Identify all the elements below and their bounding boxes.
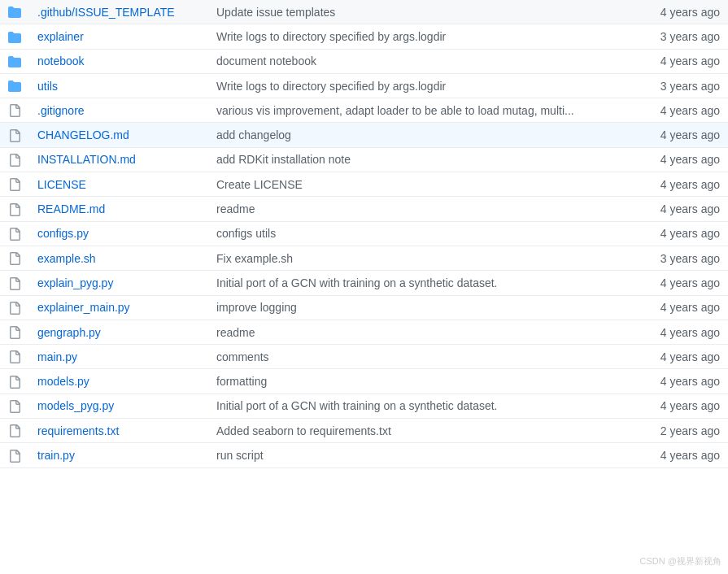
commit-message: readme (208, 320, 647, 344)
commit-message: various vis improvement, adapt loader to… (208, 98, 647, 123)
file-link[interactable]: explainer_main.py (37, 301, 130, 314)
commit-age: 4 years ago (647, 197, 728, 221)
file-link[interactable]: CHANGELOG.md (37, 128, 129, 141)
table-row: CHANGELOG.mdadd changelog4 years ago (0, 123, 728, 147)
file-icon (8, 104, 21, 117)
file-icon (8, 178, 21, 191)
file-link[interactable]: INSTALLATION.md (37, 153, 136, 166)
commit-message-link[interactable]: Write logs to directory specified by arg… (216, 30, 446, 43)
file-link[interactable]: README.md (37, 202, 105, 215)
commit-age: 4 years ago (647, 147, 728, 172)
commit-message: add RDKit installation note (208, 147, 647, 172)
commit-message-link[interactable]: Added seaborn to requirements.txt (216, 424, 391, 437)
commit-message: run script (208, 443, 647, 467)
table-row: configs.pyconfigs utils4 years ago (0, 221, 728, 246)
table-row: main.pycomments4 years ago (0, 345, 728, 369)
commit-message: improve logging (208, 295, 647, 320)
folder-icon (8, 31, 21, 44)
file-icon (8, 302, 21, 315)
table-row: explainer_main.pyimprove logging4 years … (0, 295, 728, 320)
commit-age: 4 years ago (647, 0, 728, 24)
file-link[interactable]: models.py (37, 375, 89, 388)
file-icon (8, 350, 21, 363)
folder-link[interactable]: .github/ISSUE_TEMPLATE (37, 6, 175, 19)
commit-message: readme (208, 197, 647, 221)
table-row: .gitignorevarious vis improvement, adapt… (0, 98, 728, 123)
folder-icon (8, 80, 21, 93)
table-row: gengraph.pyreadme4 years ago (0, 320, 728, 344)
table-row: requirements.txtAdded seaborn to require… (0, 419, 728, 443)
file-link[interactable]: LICENSE (37, 178, 86, 191)
file-icon (8, 154, 21, 167)
commit-age: 4 years ago (647, 345, 728, 369)
folder-link[interactable]: notebook (37, 54, 85, 67)
file-list: .github/ISSUE_TEMPLATEUpdate issue templ… (0, 0, 728, 468)
file-link[interactable]: main.py (37, 350, 77, 363)
file-link[interactable]: requirements.txt (37, 424, 119, 437)
commit-message: comments (208, 345, 647, 369)
file-icon (8, 450, 21, 463)
commit-age: 4 years ago (647, 172, 728, 197)
commit-age: 4 years ago (647, 271, 728, 295)
folder-icon (8, 55, 21, 68)
file-icon (8, 203, 21, 216)
file-icon (8, 376, 21, 389)
file-icon (8, 129, 21, 142)
table-row: example.shFix example.sh3 years ago (0, 246, 728, 270)
commit-age: 4 years ago (647, 394, 728, 418)
file-link[interactable]: configs.py (37, 227, 89, 240)
commit-message-link[interactable]: Create LICENSE (216, 178, 303, 191)
commit-message-link[interactable]: configs utils (216, 227, 276, 240)
table-row: INSTALLATION.mdadd RDKit installation no… (0, 147, 728, 172)
file-icon (8, 252, 21, 265)
file-link[interactable]: .gitignore (37, 104, 85, 117)
commit-age: 4 years ago (647, 443, 728, 467)
commit-age: 4 years ago (647, 98, 728, 123)
commit-age: 4 years ago (647, 369, 728, 394)
commit-message: document notebook (208, 49, 647, 73)
folder-link[interactable]: utils (37, 80, 58, 93)
commit-age: 3 years ago (647, 24, 728, 49)
table-row: train.pyrun script4 years ago (0, 443, 728, 467)
table-row: explain_pyg.pyInitial port of a GCN with… (0, 271, 728, 295)
file-icon (8, 326, 21, 339)
commit-message-link[interactable]: Fix example.sh (216, 252, 293, 265)
table-row: explainerWrite logs to directory specifi… (0, 24, 728, 49)
table-row: .github/ISSUE_TEMPLATEUpdate issue templ… (0, 0, 728, 24)
commit-age: 4 years ago (647, 221, 728, 246)
table-row: models.pyformatting4 years ago (0, 369, 728, 394)
file-icon (8, 277, 21, 290)
table-row: notebookdocument notebook4 years ago (0, 49, 728, 73)
commit-age: 4 years ago (647, 123, 728, 147)
file-link[interactable]: explain_pyg.py (37, 276, 113, 289)
table-row: models_pyg.pyInitial port of a GCN with … (0, 394, 728, 418)
commit-age: 4 years ago (647, 295, 728, 320)
file-link[interactable]: example.sh (37, 252, 96, 265)
folder-link[interactable]: explainer (37, 30, 84, 43)
commit-message-link[interactable]: Initial port of a GCN with training on a… (216, 276, 498, 289)
file-link[interactable]: models_pyg.py (37, 399, 114, 412)
commit-age: 4 years ago (647, 320, 728, 344)
file-link[interactable]: gengraph.py (37, 326, 101, 339)
file-link[interactable]: train.py (37, 449, 75, 462)
file-icon (8, 400, 21, 413)
commit-age: 4 years ago (647, 49, 728, 73)
file-icon (8, 228, 21, 241)
table-row: LICENSECreate LICENSE4 years ago (0, 172, 728, 197)
commit-age: 3 years ago (647, 246, 728, 270)
commit-age: 3 years ago (647, 73, 728, 98)
commit-message-link[interactable]: Initial port of a GCN with training on a… (216, 399, 498, 412)
file-icon (8, 424, 21, 437)
commit-message-link[interactable]: Write logs to directory specified by arg… (216, 80, 446, 93)
commit-message: Update issue templates (208, 0, 647, 24)
table-row: utilsWrite logs to directory specified b… (0, 73, 728, 98)
commit-message: add changelog (208, 123, 647, 147)
commit-age: 2 years ago (647, 419, 728, 443)
table-row: README.mdreadme4 years ago (0, 197, 728, 221)
commit-message-link[interactable]: formatting (216, 375, 267, 388)
folder-icon (8, 6, 21, 19)
